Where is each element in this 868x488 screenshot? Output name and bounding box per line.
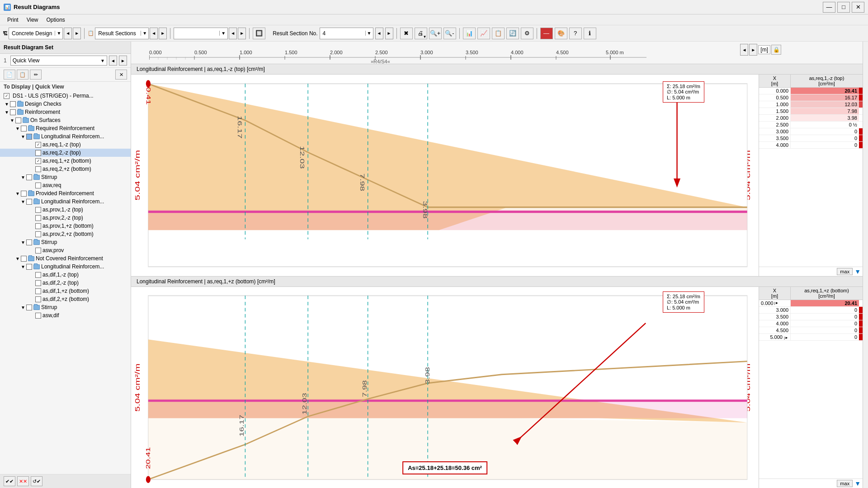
maximize-button[interactable]: □	[837, 2, 850, 13]
asdif2-bottom-checkbox[interactable]	[35, 296, 41, 302]
tree-asdif1-bottom[interactable]: as,dif,1,+z (bottom)	[0, 287, 131, 295]
section-icon-btn[interactable]: 🔲	[253, 28, 265, 39]
color2-btn[interactable]: 🎨	[555, 28, 567, 39]
chart1-max-btn[interactable]: max	[837, 268, 853, 275]
asprov1-top-checkbox[interactable]	[35, 207, 41, 213]
cursor-btn[interactable]: ✖	[400, 28, 413, 39]
aswprov-checkbox[interactable]	[35, 248, 41, 253]
set-prev-btn[interactable]: ◄	[109, 56, 117, 66]
tree-reinforcement[interactable]: ▼ Reinforcement	[0, 108, 131, 116]
tree-stirrup-1[interactable]: ▼ Stirrup	[0, 173, 131, 181]
close-panel-btn[interactable]: ✕	[115, 70, 127, 80]
asdif1-bottom-checkbox[interactable]	[35, 288, 41, 294]
asdif1-top-checkbox[interactable]	[35, 272, 41, 278]
export3-btn[interactable]: 📋	[492, 28, 505, 39]
tree-asprov2-bottom[interactable]: as,prov,2,+z (bottom)	[0, 230, 131, 238]
x-unit-next[interactable]: ►	[749, 44, 757, 56]
asprov1-bottom-checkbox[interactable]	[35, 223, 41, 229]
tree-longitudinal-reinforcement-2[interactable]: ▼ Longitudinal Reinforcem...	[0, 197, 131, 206]
longitudinal-reinforcement-1-checkbox[interactable]	[26, 134, 32, 140]
chart2-filter-icon[interactable]: ▼	[854, 480, 861, 487]
tree-asprov1-top[interactable]: as,prov,1,-z (top)	[0, 206, 131, 214]
empty-next-btn[interactable]: ►	[238, 28, 246, 39]
stirrup-3-checkbox[interactable]	[26, 305, 32, 310]
design-checks-checkbox[interactable]	[10, 101, 16, 107]
empty-dropdown[interactable]: ▼	[174, 28, 228, 39]
set-dropdown[interactable]: Quick View ▼	[10, 56, 107, 66]
menu-print[interactable]: Print	[4, 16, 22, 24]
tree-asprov2-top[interactable]: as,prov,2,-z (top)	[0, 214, 131, 222]
tree-asprov1-bottom[interactable]: as,prov,1,+z (bottom)	[0, 222, 131, 230]
tree-asreq1-top[interactable]: ✓ as,req,1,-z (top)	[0, 141, 131, 149]
check-all-btn[interactable]: ✔✔	[4, 476, 15, 486]
tree-aswprov[interactable]: asw,prov	[0, 246, 131, 254]
result-sections-dropdown[interactable]: Result Sections ▼	[95, 28, 149, 39]
close-button[interactable]: ✕	[852, 2, 864, 13]
reinforcement-checkbox[interactable]	[10, 109, 16, 115]
result-sections-prev-btn[interactable]: ◄	[150, 28, 158, 39]
help-btn[interactable]: ?	[569, 28, 582, 39]
longitudinal-reinforcement-2-checkbox[interactable]	[26, 199, 32, 205]
tree-provided-reinforcement[interactable]: ▼ Provided Reinforcement	[0, 189, 131, 197]
on-surfaces-checkbox[interactable]	[15, 117, 21, 123]
tree-on-surfaces[interactable]: ▼ On Surfaces	[0, 116, 131, 124]
asdif2-top-checkbox[interactable]	[35, 280, 41, 286]
tree-required-reinforcement[interactable]: ▼ Required Reinforcement	[0, 124, 131, 132]
tree-stirrup-3[interactable]: ▼ Stirrup	[0, 303, 131, 311]
result-sections-next-btn[interactable]: ►	[159, 28, 167, 39]
x-unit-prev[interactable]: ◄	[740, 44, 748, 56]
restore-btn[interactable]: ↺✔	[31, 476, 42, 486]
scrollbar[interactable]	[863, 42, 868, 488]
color1-btn[interactable]: —	[540, 28, 553, 39]
chart1-filter-icon[interactable]: ▼	[854, 268, 861, 275]
stirrup-2-checkbox[interactable]	[26, 239, 32, 245]
result-section-no-dropdown[interactable]: 4 ▼	[320, 28, 373, 39]
export2-btn[interactable]: 📈	[477, 28, 490, 39]
tree-design-checks[interactable]: ▼ Design Checks	[0, 100, 131, 108]
lock-btn[interactable]: 🔒	[771, 45, 781, 55]
edit-set-btn[interactable]: ✏	[30, 70, 42, 80]
menu-options[interactable]: Options	[42, 16, 68, 24]
asreq2-top-checkbox[interactable]	[35, 150, 41, 156]
view2-btn[interactable]: ⚙	[521, 28, 533, 39]
concrete-prev-btn[interactable]: ◄	[64, 28, 72, 39]
asreq2-bottom-checkbox[interactable]	[35, 166, 41, 172]
result-section-prev-btn[interactable]: ◄	[375, 28, 383, 39]
chart2-max-btn[interactable]: max	[837, 480, 853, 487]
not-covered-checkbox[interactable]	[21, 256, 27, 262]
tree-longitudinal-reinforcement-1[interactable]: ▼ Longitudinal Reinforcem...	[0, 132, 131, 141]
ds1-checkbox[interactable]: ✓	[4, 93, 9, 99]
empty-prev-btn[interactable]: ◄	[229, 28, 237, 39]
tree-stirrup-2[interactable]: ▼ Stirrup	[0, 238, 131, 246]
new-set-btn[interactable]: 📄	[4, 70, 15, 80]
result-sections-arrow[interactable]: ▼	[141, 31, 148, 36]
tree-asreq2-bottom[interactable]: as,req,2,+z (bottom)	[0, 165, 131, 173]
tree-asreq1-bottom[interactable]: ✓ as,req,1,+z (bottom)	[0, 157, 131, 165]
set-next-btn[interactable]: ►	[119, 56, 127, 66]
stirrup-1-checkbox[interactable]	[26, 174, 32, 180]
aswreq-checkbox[interactable]	[35, 183, 41, 188]
menu-view[interactable]: View	[23, 16, 42, 24]
result-section-next-btn[interactable]: ►	[385, 28, 393, 39]
concrete-next-btn[interactable]: ►	[73, 28, 81, 39]
aswdif-checkbox[interactable]	[35, 313, 41, 319]
tree-longitudinal-reinforcement-3[interactable]: ▼ Longitudinal Reinforcem...	[0, 263, 131, 271]
tree-asdif1-top[interactable]: as,dif,1,-z (top)	[0, 271, 131, 279]
dropdown-arrow[interactable]: ▼	[55, 31, 62, 36]
concrete-design-dropdown[interactable]: Concrete Design ▼	[9, 28, 63, 39]
asreq1-bottom-checkbox[interactable]: ✓	[35, 158, 41, 164]
copy-set-btn[interactable]: 📋	[17, 70, 28, 80]
info-btn[interactable]: ℹ	[584, 28, 596, 39]
zoom-out-btn[interactable]: 🔍-	[443, 28, 456, 39]
tree-not-covered[interactable]: ▼ Not Covered Reinforcement	[0, 254, 131, 263]
zoom-in-btn[interactable]: 🔍+	[429, 28, 442, 39]
asreq1-top-checkbox[interactable]: ✓	[35, 142, 41, 148]
longitudinal-reinforcement-3-checkbox[interactable]	[26, 264, 32, 270]
uncheck-red-btn[interactable]: ✕✕	[17, 476, 29, 486]
required-reinforcement-checkbox[interactable]	[21, 126, 27, 131]
minimize-button[interactable]: —	[823, 2, 835, 13]
tree-asdif2-top[interactable]: as,dif,2,-z (top)	[0, 279, 131, 287]
tree-aswreq[interactable]: asw,req	[0, 181, 131, 189]
tree-asdif2-bottom[interactable]: as,dif,2,+z (bottom)	[0, 295, 131, 303]
export1-btn[interactable]: 📊	[463, 28, 476, 39]
